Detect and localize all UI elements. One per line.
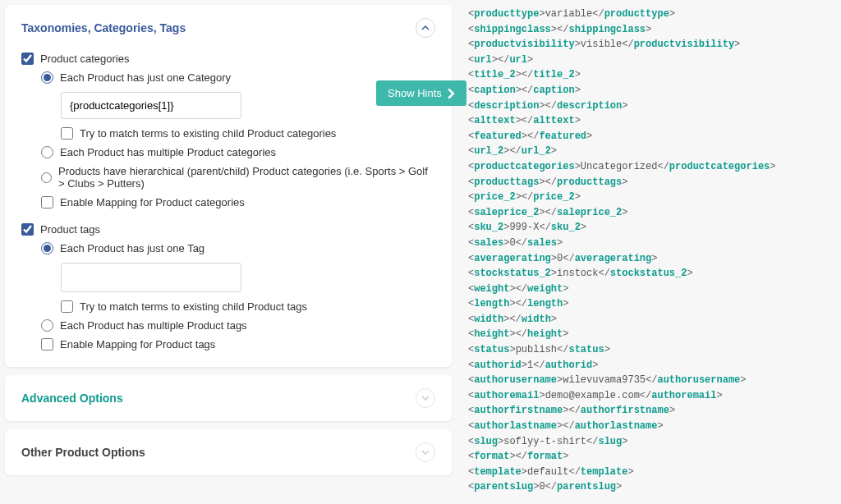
pt-match-child-row: Try to match terms to existing child Pro… <box>21 297 435 316</box>
pc-match-child-checkbox[interactable] <box>61 127 73 140</box>
pc-value-input[interactable] <box>61 92 241 119</box>
xml-line: <description></description> <box>468 99 830 114</box>
pt-match-child-label: Try to match terms to existing child Pro… <box>80 300 307 313</box>
advanced-options-header[interactable]: Advanced Options <box>21 388 435 408</box>
pc-multiple-label: Each Product has multiple Product catego… <box>60 146 276 158</box>
product-categories-label: Product categories <box>40 53 129 65</box>
xml-line: <sku_2>999-X</sku_2> <box>468 220 830 236</box>
xml-line: <width></width> <box>468 312 830 328</box>
xml-line: <weight></weight> <box>468 282 830 297</box>
pt-match-child-checkbox[interactable] <box>61 300 73 313</box>
product-tags-label: Product tags <box>40 223 100 236</box>
pc-one-label: Each Product has just one Category <box>60 71 231 84</box>
xml-line: <template>default</template> <box>468 465 830 480</box>
xml-line: <authorusername>wilevuvama9735</authorus… <box>468 373 830 388</box>
pc-hierarchical-row: Products have hierarchical (parent/child… <box>21 162 435 193</box>
xml-line: <productvisibility>visible</productvisib… <box>468 37 830 53</box>
chevron-up-icon <box>421 24 430 32</box>
other-product-options-title: Other Product Options <box>21 446 145 459</box>
chevron-right-icon <box>445 88 457 99</box>
xml-line: <producttype>variable</producttype> <box>468 7 830 22</box>
xml-line: <stockstatus_2>instock</stockstatus_2> <box>468 266 830 282</box>
pc-mapping-label: Enable Mapping for Product categories <box>60 196 245 208</box>
pt-multiple-radio[interactable] <box>41 319 53 332</box>
pc-multiple-row: Each Product has multiple Product catego… <box>21 143 435 162</box>
taxonomies-header[interactable]: Taxonomies, Categories, Tags <box>21 18 435 38</box>
xml-line: <authorlastname></authorlastname> <box>468 419 830 434</box>
show-hints-label: Show Hints <box>388 87 442 99</box>
pc-one-row: Each Product has just one Category <box>21 68 435 87</box>
xml-line: <height></height> <box>468 327 830 342</box>
xml-line: <authorfirstname></authorfirstname> <box>468 403 830 419</box>
pc-hierarchical-radio[interactable] <box>41 172 52 184</box>
xml-line: <status>publish</status> <box>468 342 830 358</box>
pc-match-child-label: Try to match terms to existing child Pro… <box>80 127 336 140</box>
xml-line: <featured></featured> <box>468 129 830 144</box>
other-product-options-header[interactable]: Other Product Options <box>21 442 435 462</box>
pc-mapping-checkbox[interactable] <box>41 196 53 208</box>
xml-line: <url_2></url_2> <box>468 144 830 159</box>
xml-preview-panel: <producttype>variable</producttype><ship… <box>457 0 841 504</box>
xml-line: <shippingclass></shippingclass> <box>468 22 830 38</box>
pt-mapping-checkbox[interactable] <box>41 338 53 351</box>
xml-line: <averagerating>0</averagerating> <box>468 251 830 267</box>
xml-line: <parentslug>0</parentslug> <box>468 479 830 495</box>
chevron-down-icon <box>421 394 430 402</box>
other-product-options-card: Other Product Options <box>5 429 452 475</box>
xml-line: <title_2></title_2> <box>468 67 830 83</box>
xml-line: <saleprice_2></saleprice_2> <box>468 205 830 221</box>
product-categories-row: Product categories <box>21 49 435 68</box>
left-panel: Taxonomies, Categories, Tags Product cat… <box>0 0 457 504</box>
pt-one-label: Each Product has just one Tag <box>60 242 205 254</box>
pc-one-radio[interactable] <box>41 71 53 84</box>
xml-line: <productcategories>Uncategorized</produc… <box>468 159 830 175</box>
product-categories-checkbox[interactable] <box>21 53 34 65</box>
pt-value-input[interactable] <box>61 263 241 292</box>
pc-hierarchical-label: Products have hierarchical (parent/child… <box>58 165 435 190</box>
pt-mapping-row: Enable Mapping for Product tags <box>21 335 435 354</box>
pt-one-row: Each Product has just one Tag <box>21 239 435 258</box>
xml-line: <caption></caption> <box>468 83 830 99</box>
xml-line: <price_2></price_2> <box>468 190 830 205</box>
xml-line: <sales>0</sales> <box>468 236 830 251</box>
xml-line: <authorid>1</authorid> <box>468 358 830 373</box>
xml-line: <slug>soflyy-t-shirt</slug> <box>468 434 830 450</box>
advanced-options-card: Advanced Options <box>5 375 452 421</box>
show-hints-button[interactable]: Show Hints <box>376 80 466 106</box>
xml-line: <length></length> <box>468 296 830 312</box>
advanced-options-title: Advanced Options <box>21 392 123 405</box>
xml-line: <format></format> <box>468 449 830 465</box>
xml-line: <alttext></alttext> <box>468 113 830 129</box>
xml-line: <producttags></producttags> <box>468 175 830 190</box>
pt-mapping-label: Enable Mapping for Product tags <box>60 338 215 351</box>
chevron-down-icon <box>421 448 430 456</box>
advanced-options-toggle[interactable] <box>416 388 435 408</box>
taxonomies-body: Product categories Each Product has just… <box>21 49 435 354</box>
product-tags-checkbox[interactable] <box>21 223 34 236</box>
pc-match-child-row: Try to match terms to existing child Pro… <box>21 124 435 143</box>
other-product-options-toggle[interactable] <box>416 442 435 462</box>
pc-multiple-radio[interactable] <box>41 146 53 158</box>
xml-line: <authoremail>demo@example.com</authorema… <box>468 388 830 404</box>
pt-multiple-row: Each Product has multiple Product tags <box>21 316 435 335</box>
collapse-button[interactable] <box>416 18 435 38</box>
taxonomies-title: Taxonomies, Categories, Tags <box>21 21 186 34</box>
taxonomies-card: Taxonomies, Categories, Tags Product cat… <box>5 5 452 367</box>
pt-one-radio[interactable] <box>41 242 53 254</box>
product-tags-row: Product tags <box>21 220 435 239</box>
xml-line: <url></url> <box>468 53 830 68</box>
pt-multiple-label: Each Product has multiple Product tags <box>60 319 247 332</box>
pc-mapping-row: Enable Mapping for Product categories <box>21 193 435 212</box>
